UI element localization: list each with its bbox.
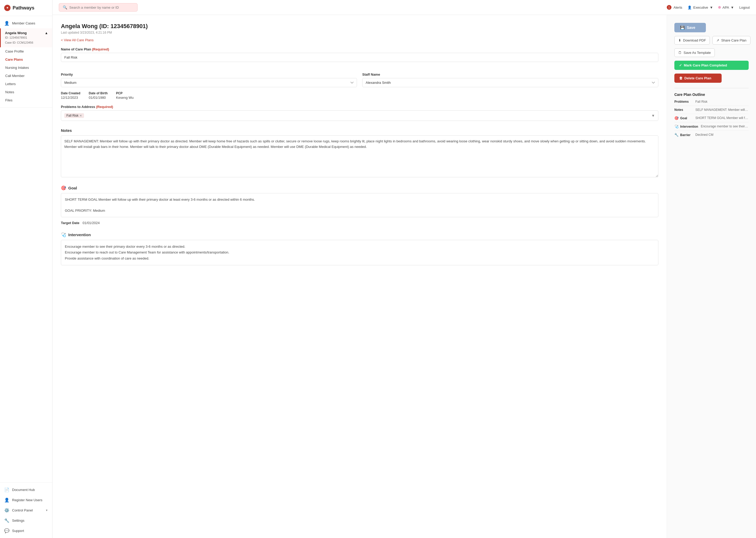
intervention-icon: 🩺 — [61, 232, 66, 237]
logout-button[interactable]: Logout — [739, 6, 750, 10]
document-hub-label: Document Hub — [12, 488, 35, 492]
notes-textarea[interactable]: SELF MANAGEMENT: Member will follow up w… — [61, 135, 658, 177]
problems-required: (Required) — [96, 105, 113, 109]
template-icon: 🗒 — [678, 51, 682, 55]
problems-tag-input[interactable]: Fall Risk ✕ ▼ — [61, 110, 658, 121]
view-all-care-plans-link[interactable]: < View All Care Plans — [61, 38, 93, 42]
register-icon: 👤 — [4, 498, 10, 503]
outline-intervention-value: Encourage member to see their primary do… — [701, 125, 749, 128]
sidebar-item-notes[interactable]: Notes — [0, 88, 52, 96]
download-share-row: ⬇ Download PDF ↗ Share Care Plan — [674, 36, 749, 45]
download-pdf-button[interactable]: ⬇ Download PDF — [674, 36, 710, 45]
delete-care-plan-button[interactable]: 🗑 Delete Care Plan — [674, 74, 722, 83]
outline-barrier-value: Declined CM — [695, 133, 749, 136]
checkmark-icon: ✓ — [679, 63, 682, 67]
download-icon: ⬇ — [678, 38, 681, 42]
sidebar-user-name[interactable]: Angela Wong ▲ — [5, 31, 48, 35]
notes-section-label: Notes — [61, 128, 658, 133]
page-title: Angela Wong (ID: 12345678901) — [61, 23, 658, 30]
logo-icon: ✦ — [4, 5, 11, 11]
sidebar-item-settings[interactable]: 🔧 Settings — [0, 515, 52, 526]
goal-icon: 🎯 — [61, 186, 66, 190]
outline-title: Care Plan Outline — [674, 92, 749, 97]
settings-icon: 🔧 — [4, 518, 10, 523]
person-icon: 👤 — [4, 21, 10, 26]
mark-complete-button[interactable]: ✓ Mark Care Plan Completed — [674, 61, 749, 70]
staff-name-select[interactable]: Alexandra Smith — [362, 78, 658, 87]
priority-col: Priority Medium Low High — [61, 67, 357, 87]
outline-intervention: 🩺 Intervention Encourage member to see t… — [674, 125, 749, 131]
sidebar-user-block: Angela Wong ▲ ID: 12345678901 Case ID: C… — [0, 28, 52, 47]
header-right: 1 Alerts 👤 Executive ▼ APA ▼ Logout — [667, 5, 750, 10]
intervention-section-label: 🩺 Intervention — [61, 232, 658, 237]
sidebar-user-case-id: Case ID: CCM123456 — [5, 40, 48, 45]
user-chevron-icon: ▼ — [710, 6, 713, 10]
share-care-plan-button[interactable]: ↗ Share Care Plan — [712, 36, 750, 45]
sidebar-item-case-profile[interactable]: Case Profile — [0, 47, 52, 55]
last-updated: Last updated 3/23/2023, 4:21:16 PM — [61, 31, 658, 34]
header: 🔍 1 Alerts 👤 Executive ▼ APA ▼ Logout — [53, 0, 756, 15]
intervention-box: Encourage member to see their primary do… — [61, 240, 658, 265]
share-icon: ↗ — [716, 38, 719, 42]
outline-barrier: 🔧 Barrier Declined CM — [674, 133, 749, 139]
save-icon: 💾 — [680, 26, 685, 30]
main: 🔍 1 Alerts 👤 Executive ▼ APA ▼ Logout — [53, 0, 756, 538]
user-label: Executive — [693, 6, 708, 10]
sidebar-user-id: ID: 12345678901 — [5, 35, 48, 40]
sidebar-bottom-section: 📄 Document Hub 👤 Register New Users ⚙️ C… — [0, 482, 52, 538]
sidebar-item-support[interactable]: 💬 Support — [0, 526, 52, 536]
sidebar-item-call-member[interactable]: Call Member — [0, 72, 52, 80]
search-icon: 🔍 — [63, 5, 67, 10]
sidebar-item-nursing-intakes[interactable]: Nursing Intakes — [0, 64, 52, 72]
target-date-value: 01/01/2024 — [83, 221, 100, 225]
search-bar[interactable]: 🔍 — [59, 3, 138, 12]
intervention-label: Intervention — [68, 233, 91, 237]
outline-barrier-icon: 🔧 — [674, 133, 679, 137]
control-panel-icon: ⚙️ — [4, 508, 10, 513]
sidebar-item-document-hub[interactable]: 📄 Document Hub — [0, 485, 52, 495]
remove-tag-button[interactable]: ✕ — [79, 114, 82, 117]
user-menu-button[interactable]: 👤 Executive ▼ — [687, 6, 713, 10]
search-input[interactable] — [69, 6, 127, 10]
target-date-label: Target Date — [61, 221, 79, 225]
care-plan-name-input[interactable] — [61, 53, 658, 62]
sidebar-item-register-new-users[interactable]: 👤 Register New Users — [0, 495, 52, 505]
app-name: Pathways — [13, 5, 34, 11]
staff-name-label: Staff Name — [362, 73, 658, 77]
outline-goal-value: SHORT TERM GOAL Member will follow up wi… — [695, 116, 749, 120]
problems-label: Problems to Address (Required) — [61, 105, 658, 109]
sidebar-item-control-panel[interactable]: ⚙️ Control Panel ▼ — [0, 505, 52, 515]
required-indicator: (Required) — [92, 47, 109, 51]
user-icon: 👤 — [687, 6, 692, 10]
control-panel-label: Control Panel — [12, 508, 33, 512]
tag-dropdown-icon: ▼ — [651, 114, 655, 118]
outline-notes-value: SELF MANAGEMENT: Member will follow up w… — [695, 108, 749, 112]
priority-label: Priority — [61, 73, 357, 77]
sidebar-item-letters[interactable]: Letters — [0, 80, 52, 88]
trash-icon: 🗑 — [679, 76, 683, 80]
priority-staff-row: Priority Medium Low High Staff Name Alex… — [61, 67, 658, 87]
alerts-button[interactable]: 1 Alerts — [667, 5, 682, 10]
pcp-item: PCP Keseng Wu — [116, 91, 134, 100]
outline-goal-label: Goal — [680, 116, 687, 120]
sidebar-item-care-plans[interactable]: Care Plans — [0, 55, 52, 64]
settings-label: Settings — [12, 518, 24, 522]
org-menu-button[interactable]: APA ▼ — [718, 6, 734, 10]
outline-intervention-label: Intervention — [680, 125, 698, 129]
outline-problems: Problems Fall Risk — [674, 100, 749, 106]
save-button[interactable]: 💾 Save — [674, 23, 706, 32]
outline-goal: 🎯 Goal SHORT TERM GOAL Member will follo… — [674, 116, 749, 123]
register-label: Register New Users — [12, 498, 42, 502]
sidebar-item-files[interactable]: Files — [0, 96, 52, 104]
date-of-birth-item: Date of Birth 01/01/1980 — [89, 91, 108, 100]
org-label: APA — [722, 6, 729, 10]
outline-intervention-icon: 🩺 — [674, 125, 679, 129]
care-plan-outline-section: Care Plan Outline Problems Fall Risk Not… — [674, 88, 749, 139]
outline-problems-value: Fall Risk — [695, 100, 749, 103]
priority-select[interactable]: Medium Low High — [61, 78, 357, 87]
meta-row: Date Created 12/12/2023 Date of Birth 01… — [61, 91, 658, 100]
outline-problems-label: Problems — [674, 100, 689, 103]
member-cases-label: Member Cases — [12, 21, 35, 25]
save-as-template-button[interactable]: 🗒 Save As Template — [674, 48, 715, 57]
sidebar-item-member-cases[interactable]: 👤 Member Cases — [0, 18, 52, 28]
